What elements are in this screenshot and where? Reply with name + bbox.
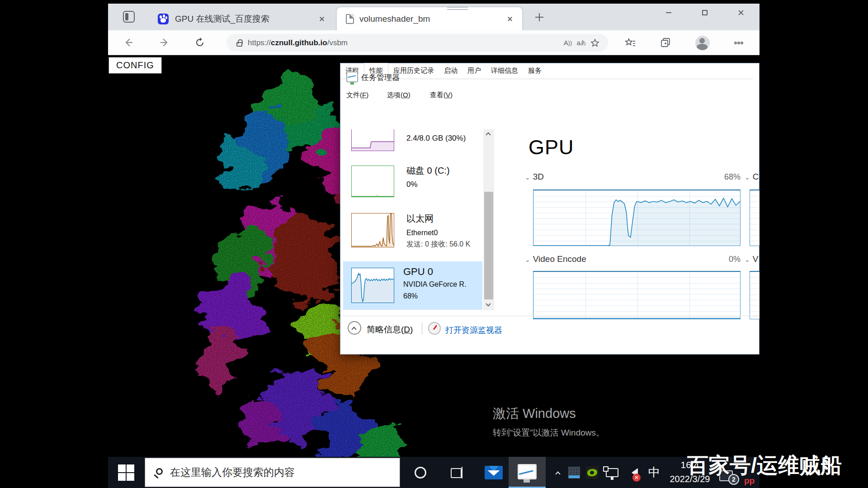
ethernet-mini-chart[interactable] xyxy=(351,213,394,247)
favorites-bar-button[interactable] xyxy=(623,36,637,50)
gpu-copy-chart-partial xyxy=(750,190,760,246)
engine-video-encode-label[interactable]: ⌄Video Encode xyxy=(525,254,586,264)
footer-separator xyxy=(422,322,422,335)
disk-label[interactable]: 磁盘 0 (C:) xyxy=(406,165,450,177)
task-manager-window: 任务管理器 文件(F) 选项(O) 查看(V) 进程 性能 应用历史记录 启动 … xyxy=(340,63,760,355)
forward-button[interactable] xyxy=(158,36,171,49)
collections-button[interactable] xyxy=(659,36,672,50)
window-close-button[interactable] xyxy=(728,4,754,22)
engine-3d-value: 68% xyxy=(700,172,741,182)
task-view-icon xyxy=(451,467,462,479)
collapse-details-button[interactable] xyxy=(348,321,361,335)
tm-tab-users[interactable]: 用户 xyxy=(462,63,486,79)
disk-value: 0% xyxy=(406,180,418,189)
engine-3d-label[interactable]: ⌄3D xyxy=(525,172,544,182)
ime-language-button[interactable]: 中 xyxy=(644,457,664,488)
gpu-heading: GPU xyxy=(528,136,574,159)
tm-tab-details[interactable]: 详细信息 xyxy=(486,63,523,79)
tab-close-icon[interactable] xyxy=(505,14,515,24)
desktop-app-icon xyxy=(568,467,580,479)
task-manager-tab-strip: 进程 性能 应用历史记录 启动 用户 详细信息 服务 xyxy=(340,63,753,79)
search-input[interactable] xyxy=(169,466,368,479)
chevron-up-icon xyxy=(486,132,491,137)
activate-line2: 转到“设置”以激活 Windows。 xyxy=(493,427,604,439)
windows-taskbar: ✕ 中 16:4 2022/3/29 2 xyxy=(108,457,760,488)
config-button[interactable]: CONFIG xyxy=(108,57,162,74)
menu-view[interactable]: 查看(V) xyxy=(430,91,453,99)
footer-divider xyxy=(340,316,760,316)
refresh-button[interactable] xyxy=(193,36,206,49)
task-manager-app-icon xyxy=(346,71,358,82)
task-view-button[interactable] xyxy=(443,457,471,488)
open-resource-monitor-link[interactable]: 打开资源监视器 xyxy=(445,325,502,336)
window-minimize-button[interactable] xyxy=(656,4,681,22)
tray-network-button[interactable] xyxy=(604,457,621,488)
scrollbar-thumb[interactable] xyxy=(484,192,493,299)
translate-icon[interactable]: aあ xyxy=(575,36,588,50)
menu-options[interactable]: 选项(O) xyxy=(387,91,410,99)
read-aloud-icon[interactable]: A)) xyxy=(561,36,575,50)
back-button[interactable] xyxy=(122,36,135,49)
browser-toolbar: https://cznull.github.io/vsbm A)) aあ xyxy=(108,30,760,55)
task-manager-taskbar-button-active[interactable] xyxy=(509,457,546,488)
tab-title: GPU 在线测试_百度搜索 xyxy=(175,13,269,25)
chevron-down-icon xyxy=(486,301,491,306)
mail-app-button[interactable] xyxy=(479,457,509,488)
memory-value[interactable]: 2.4/8.0 GB (30%) xyxy=(406,134,466,143)
chevron-down-icon: ⌄ xyxy=(745,174,750,181)
tm-tab-startup[interactable]: 启动 xyxy=(439,63,462,79)
tray-volume-button[interactable]: ✕ xyxy=(623,457,642,488)
activate-line1: 激活 Windows xyxy=(493,405,604,423)
add-favorite-star-icon[interactable] xyxy=(588,36,602,50)
settings-more-button[interactable] xyxy=(732,36,745,50)
back-arrow-icon xyxy=(123,37,134,48)
profile-avatar[interactable] xyxy=(695,36,710,50)
gpu-video-encode-chart xyxy=(533,271,741,319)
summary-view-toggle[interactable]: 简略信息(D) xyxy=(367,324,413,336)
tm-tab-services[interactable]: 服务 xyxy=(523,63,547,79)
three-dots-icon xyxy=(733,38,744,48)
disk-mini-chart[interactable] xyxy=(351,166,394,197)
url-text[interactable]: https://cznull.github.io/vsbm xyxy=(248,38,348,47)
task-manager-title: 任务管理器 xyxy=(361,72,400,83)
gpu0-device-name: NVIDIA GeForce R. xyxy=(403,280,484,289)
chevron-up-icon xyxy=(351,327,356,332)
tray-desktop-app-button[interactable] xyxy=(567,457,581,488)
windows-logo-icon xyxy=(118,464,135,481)
sidebar-scrollbar[interactable] xyxy=(483,129,494,310)
window-maximize-button[interactable] xyxy=(692,4,717,22)
browser-tab-volumeshader[interactable]: volumeshader_bm xyxy=(337,7,522,30)
gpu-video-decode-chart-partial xyxy=(750,271,760,319)
gpu0-label[interactable]: GPU 0 xyxy=(403,266,433,278)
baidu-favicon xyxy=(158,14,169,24)
cortana-button[interactable] xyxy=(406,457,434,488)
lock-icon[interactable] xyxy=(236,42,242,47)
gpu-3d-utilization-chart xyxy=(533,190,741,246)
gpu0-mini-chart[interactable] xyxy=(351,268,394,303)
network-display-icon xyxy=(606,468,618,477)
menu-file[interactable]: 文件(F) xyxy=(346,91,368,99)
taskbar-search-box[interactable] xyxy=(145,458,400,487)
chevron-down-icon: ⌄ xyxy=(525,256,530,263)
ethernet-label[interactable]: 以太网 xyxy=(406,213,434,225)
browser-content: CONFIG 激活 Windows 转到“设置”以激活 Windows。 任务管… xyxy=(108,55,760,457)
tray-nvidia-button[interactable] xyxy=(585,457,600,488)
new-tab-button[interactable] xyxy=(533,11,546,24)
tray-expand-button[interactable] xyxy=(550,457,566,488)
chevron-down-icon: ⌄ xyxy=(745,256,750,263)
scroll-down-button[interactable] xyxy=(483,300,494,310)
chevron-down-icon: ⌄ xyxy=(525,174,530,181)
maximize-icon xyxy=(701,9,708,16)
engine-copy-label-cut[interactable]: ⌄C xyxy=(745,172,759,182)
tab-drag-lines-icon xyxy=(447,5,468,13)
engine-video-decode-label-cut[interactable]: ⌄V xyxy=(745,254,758,264)
refresh-icon xyxy=(194,37,205,48)
tab-activities-icon[interactable] xyxy=(123,11,135,23)
scroll-up-button[interactable] xyxy=(483,129,494,139)
start-button[interactable] xyxy=(108,457,144,488)
search-icon xyxy=(156,468,163,475)
memory-mini-chart[interactable] xyxy=(351,129,394,151)
address-bar[interactable]: https://cznull.github.io/vsbm A)) aあ xyxy=(226,34,608,52)
browser-tab-baidu[interactable]: GPU 在线测试_百度搜索 xyxy=(150,7,334,30)
tab-close-icon[interactable] xyxy=(317,14,327,24)
